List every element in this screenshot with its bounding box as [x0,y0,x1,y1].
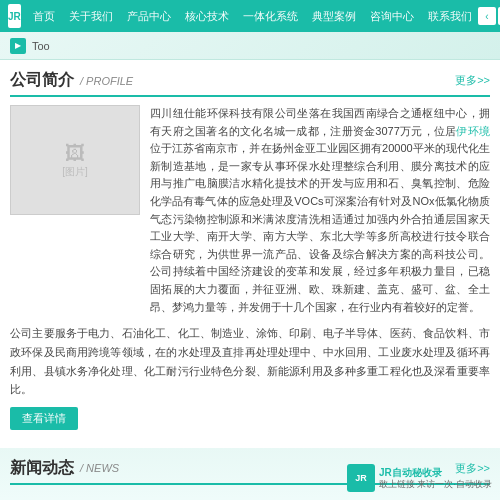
nav-item-core[interactable]: 核心技术 [179,0,235,32]
nav-items: 首页 关于我们 产品中心 核心技术 一体化系统 典型案例 咨询中心 联系我们 [27,0,478,32]
breadcrumb-icon: ▶ [10,38,26,54]
company-title-cn: 公司简介 [10,70,74,91]
nav-item-system[interactable]: 一体化系统 [237,0,304,32]
nav-prev-button[interactable]: ‹ [478,7,496,25]
nav-arrows: ‹ › [478,7,500,25]
news-title-cn: 新闻动态 [10,458,74,479]
nav-item-consult[interactable]: 咨询中心 [364,0,420,32]
view-detail-button[interactable]: 查看详情 [10,407,78,430]
company-desc: 公司主要服务于电力、石油化工、化工、制造业、涂饰、印刷、电子半导体、医药、食品饮… [10,324,490,399]
company-title-en: / PROFILE [80,75,133,87]
nav-logo: JR [8,4,21,28]
nav-item-home[interactable]: 首页 [27,0,61,32]
page-wrapper: JR 首页 关于我们 产品中心 核心技术 一体化系统 典型案例 咨询中心 联系我… [0,0,500,500]
nav-item-cases[interactable]: 典型案例 [306,0,362,32]
watermark-text: JR自动秘收录 敢上链接·来访一次·自动收录 [379,466,492,491]
company-image: 🖼 [图片] [10,105,140,215]
company-intro: 🖼 [图片] 四川纽仕能环保科技有限公司坐落在我国西南绿合之通枢纽中心，拥有天府… [10,105,490,316]
watermark-logo: JR [347,464,375,492]
nav-item-products[interactable]: 产品中心 [121,0,177,32]
news-content [10,493,490,500]
breadcrumb-text: Too [32,40,50,52]
top-nav: JR 首页 关于我们 产品中心 核心技术 一体化系统 典型案例 咨询中心 联系我… [0,0,500,32]
company-intro-text: 四川纽仕能环保科技有限公司坐落在我国西南绿合之通枢纽中心，拥有天府之国著名的文化… [150,105,490,316]
company-more-link[interactable]: 更多>> [455,73,490,88]
nav-item-contact[interactable]: 联系我们 [422,0,478,32]
bottom-watermark: JR JR自动秘收录 敢上链接·来访一次·自动收录 [347,464,492,492]
main-content: 公司简介 / PROFILE 更多>> 🖼 [图片] 四川纽仕能环保科技有限公司… [0,60,500,448]
nav-item-about[interactable]: 关于我们 [63,0,119,32]
company-section-header: 公司简介 / PROFILE 更多>> [10,70,490,97]
breadcrumb-bar: ▶ Too [0,32,500,60]
news-title-en: / NEWS [80,462,119,474]
